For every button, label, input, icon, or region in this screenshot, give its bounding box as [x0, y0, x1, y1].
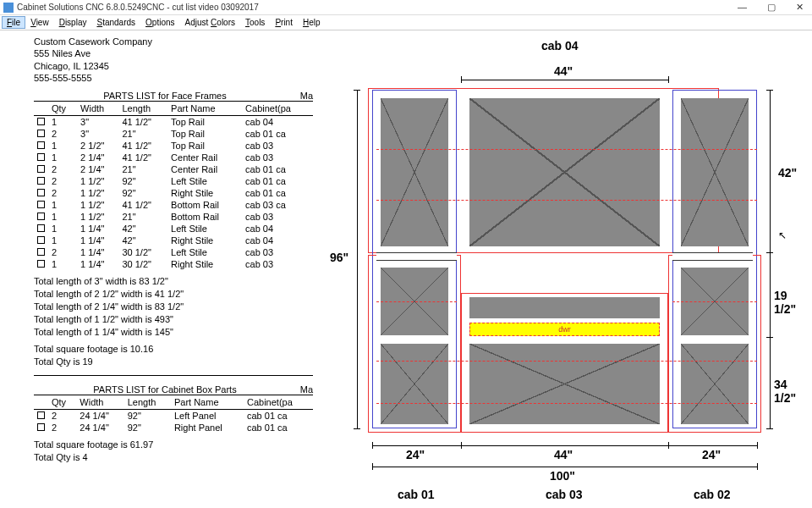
list1-ma: Ma — [296, 91, 313, 101]
company-addr: 555 Niles Ave — [34, 47, 313, 59]
list2-title: PARTS LIST for Cabinet Box Parts — [34, 384, 296, 395]
minimize-button[interactable]: — — [732, 2, 752, 13]
table-row: 11 1/4"42"Right Stilecab 04 — [34, 235, 313, 246]
table-row: 13"41 1/2"Top Railcab 04 — [34, 116, 313, 129]
menu-view[interactable]: View — [25, 16, 54, 29]
col-length: Length — [118, 102, 167, 116]
dim-r2: 19 1/2" — [774, 289, 804, 316]
col-cab: Cabinet(pa — [242, 102, 313, 116]
titlebar: Cabinet Solutions CNC 6.8.0.5249CNC - cu… — [0, 0, 812, 15]
checkbox[interactable] — [37, 213, 45, 220]
table-row: 224 1/4"92"Left Panelcab 01 ca — [34, 410, 313, 422]
checkbox[interactable] — [37, 153, 45, 161]
app-icon — [3, 3, 14, 13]
dim-b2: 44" — [554, 448, 573, 461]
label-cab04: cab 04 — [541, 39, 579, 52]
table-row: 21 1/2"92"Left Stilecab 01 ca — [34, 175, 313, 187]
label-cab02: cab 02 — [694, 488, 731, 501]
table-row: 12 1/2"41 1/2"Top Railcab 03 — [34, 140, 313, 152]
label-cab01: cab 01 — [398, 488, 435, 501]
dim-left: 96" — [330, 251, 348, 264]
dim-r3: 34 1/2" — [774, 378, 804, 405]
dim-btotal: 100" — [550, 469, 575, 483]
company-city: Chicago, IL 12345 — [34, 60, 313, 72]
table-row: 23"21"Top Railcab 01 ca — [34, 128, 313, 140]
table-row: 21 1/2"92"Right Stilecab 01 ca — [34, 187, 313, 199]
list1-table: Qty Width Length Part Name Cabinet(pa 13… — [34, 101, 313, 270]
checkbox[interactable] — [37, 423, 45, 431]
menu-print[interactable]: Print — [270, 16, 298, 29]
table-row: 224 1/4"92"Right Panelcab 01 ca — [34, 422, 313, 433]
drawer: dwr — [469, 323, 660, 336]
table-row: 22 1/4"21"Center Railcab 01 ca — [34, 163, 313, 175]
totals1: Total length of 3" width is 83 1/2" Tota… — [34, 275, 313, 368]
report-panel: Custom Casework Company 555 Niles Ave Ch… — [0, 30, 321, 508]
window-title: Cabinet Solutions CNC 6.8.0.5249CNC - cu… — [17, 3, 259, 12]
checkbox[interactable] — [37, 248, 45, 256]
company-block: Custom Casework Company 555 Niles Ave Ch… — [34, 36, 313, 84]
list2-table: Qty Width Length Part Name Cabinet(pa 22… — [34, 395, 313, 433]
checkbox[interactable] — [37, 411, 45, 419]
totals2: Total square footage is 61.97 Total Qty … — [34, 439, 313, 464]
company-phone: 555-555-5555 — [34, 72, 313, 84]
menu-tools[interactable]: Tools — [240, 16, 270, 29]
panel — [381, 344, 448, 424]
panel — [469, 344, 660, 424]
panel — [469, 98, 660, 246]
drawing: cab 04 44" dwr — [330, 39, 804, 496]
menubar: File View Display Standards Options Adju… — [0, 15, 812, 30]
table-row: 11 1/2"21"Bottom Railcab 03 — [34, 211, 313, 223]
cursor-icon: ↖ — [778, 229, 787, 241]
checkbox[interactable] — [37, 177, 45, 185]
menu-file[interactable]: File — [2, 16, 25, 29]
menu-adjust-colors[interactable]: Adjust Colors — [180, 16, 241, 29]
dim-r1: 42" — [778, 166, 797, 179]
dim-b3: 24" — [702, 448, 721, 461]
list1-title-row: PARTS LIST for Face Frames Ma — [34, 91, 313, 101]
drawing-panel: cab 04 44" dwr — [321, 30, 812, 508]
panel — [681, 98, 749, 246]
checkbox[interactable] — [37, 141, 45, 149]
company-name: Custom Casework Company — [34, 36, 313, 47]
dim-top: 44" — [554, 64, 573, 78]
label-cab03: cab 03 — [546, 488, 583, 501]
checkbox[interactable] — [37, 201, 45, 208]
list2-ma: Ma — [296, 384, 313, 395]
close-button[interactable]: ✕ — [791, 2, 809, 13]
checkbox[interactable] — [37, 165, 45, 173]
checkbox[interactable] — [37, 260, 45, 268]
table-row: 12 1/4"41 1/2"Center Railcab 03 — [34, 152, 313, 163]
table-row: 11 1/4"30 1/2"Right Stilecab 03 — [34, 258, 313, 270]
dim-b1: 24" — [406, 448, 425, 461]
menu-options[interactable]: Options — [140, 16, 179, 29]
panel — [381, 98, 448, 246]
list1-title: PARTS LIST for Face Frames — [34, 91, 296, 101]
col-width: Width — [77, 102, 118, 116]
checkbox[interactable] — [37, 224, 45, 232]
table-row: 11 1/4"42"Left Stilecab 04 — [34, 223, 313, 235]
checkbox[interactable] — [37, 189, 45, 196]
col-part: Part Name — [167, 102, 242, 116]
checkbox[interactable] — [37, 118, 45, 125]
checkbox[interactable] — [37, 130, 45, 137]
list2-title-row: PARTS LIST for Cabinet Box Parts Ma — [34, 384, 313, 395]
menu-display[interactable]: Display — [54, 16, 92, 29]
checkbox[interactable] — [37, 236, 45, 244]
panel — [469, 297, 660, 318]
menu-standards[interactable]: Standards — [91, 16, 140, 29]
menu-help[interactable]: Help — [298, 16, 326, 29]
panel — [681, 344, 749, 424]
maximize-button[interactable]: ▢ — [762, 2, 781, 13]
col-qty: Qty — [48, 102, 77, 116]
window-controls: — ▢ ✕ — [732, 2, 809, 13]
table-row: 21 1/4"30 1/2"Left Stilecab 03 — [34, 246, 313, 258]
table-row: 11 1/2"41 1/2"Bottom Railcab 03 ca — [34, 199, 313, 211]
